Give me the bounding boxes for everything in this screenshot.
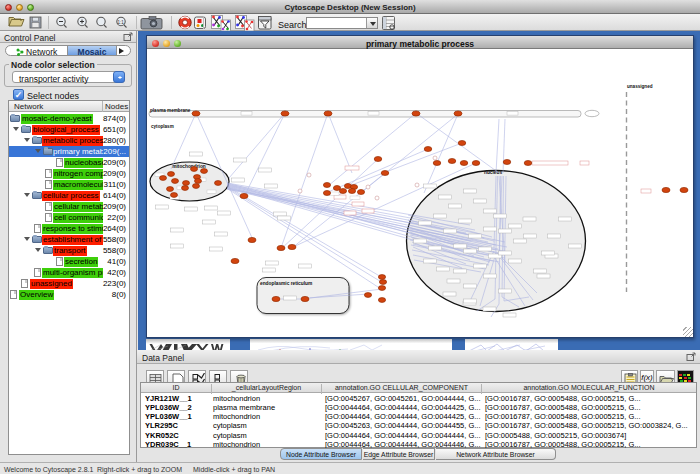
svg-text:nucleus: nucleus — [484, 170, 502, 175]
svg-text:cytoplasm: cytoplasm — [151, 124, 174, 129]
svg-text:plasma membrane: plasma membrane — [150, 108, 191, 113]
svg-text:unassigned: unassigned — [627, 84, 653, 89]
svg-text:1:1: 1:1 — [118, 20, 125, 25]
svg-text:mitochondrion: mitochondrion — [172, 164, 206, 169]
svg-text:endoplasmic reticulum: endoplasmic reticulum — [260, 281, 312, 286]
